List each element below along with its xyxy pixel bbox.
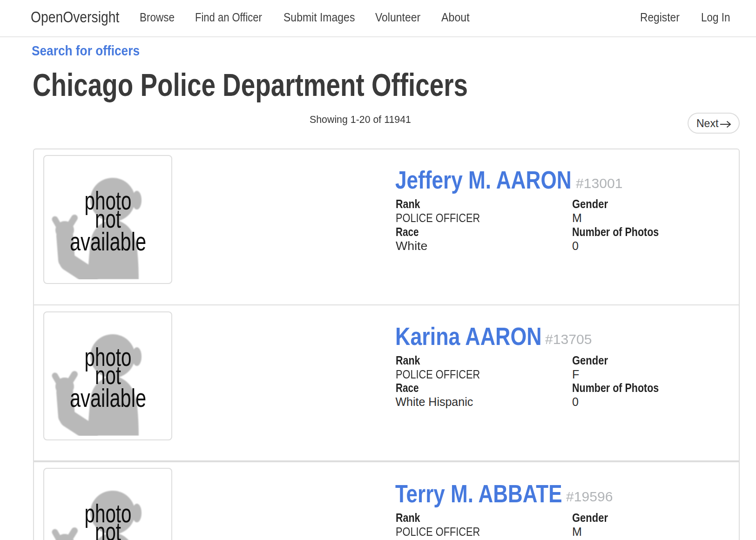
svg-text:available: available: [70, 227, 146, 256]
svg-text:not: not: [95, 517, 121, 540]
svg-text:available: available: [70, 384, 146, 412]
